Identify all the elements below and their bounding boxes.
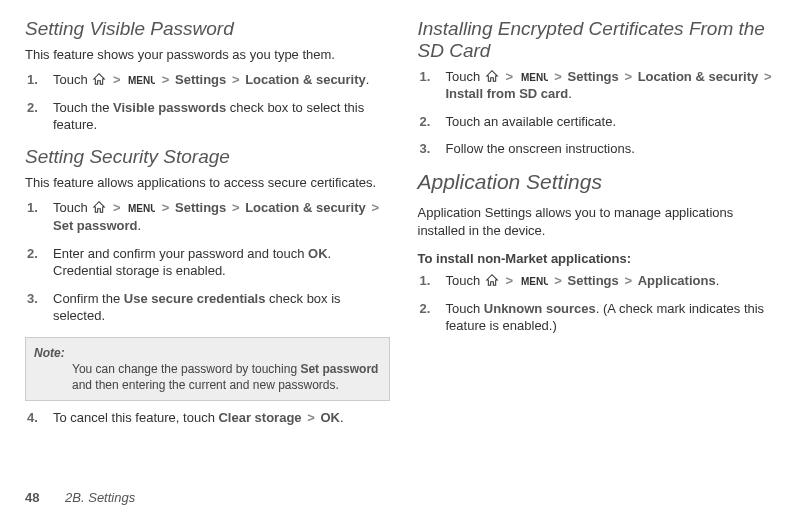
chevron-icon: > [624, 69, 632, 84]
menu-icon [520, 71, 548, 83]
chevron-icon: > [113, 72, 121, 87]
step-number: 2. [420, 300, 431, 318]
left-column: Setting Visible Password This feature sh… [25, 18, 390, 439]
home-icon [485, 273, 499, 287]
bold-term: Settings [568, 69, 619, 84]
bold-term: Set password [53, 218, 138, 233]
step-text: Touch the Visible passwords check box to… [53, 100, 364, 133]
step-item: 4.To cancel this feature, touch Clear st… [43, 409, 390, 427]
steps-visible-password: 1.Touch > > Settings > Location & securi… [25, 71, 390, 134]
blurb-security-storage: This feature allows applications to acce… [25, 174, 390, 192]
step-number: 3. [420, 140, 431, 158]
step-number: 1. [420, 68, 431, 86]
bold-term: Unknown sources [484, 301, 596, 316]
step-text: Confirm the Use secure credentials check… [53, 291, 341, 324]
step-text: Follow the onscreen instructions. [446, 141, 635, 156]
bold-term: Install from SD card [446, 86, 569, 101]
menu-icon [127, 202, 155, 214]
step-number: 2. [27, 245, 38, 263]
chevron-icon: > [307, 410, 315, 425]
subhead-non-market: To install non-Market applications: [418, 251, 783, 266]
steps-security-storage-b: 4.To cancel this feature, touch Clear st… [25, 409, 390, 427]
bold-term: Set password [300, 362, 378, 376]
chevron-icon: > [554, 69, 562, 84]
step-text: To cancel this feature, touch Clear stor… [53, 410, 344, 425]
chevron-icon: > [624, 273, 632, 288]
step-item: 1.Touch > > Settings > Applications. [436, 272, 783, 290]
blurb-visible-password: This feature shows your passwords as you… [25, 46, 390, 64]
step-number: 4. [27, 409, 38, 427]
page-footer: 48 2B. Settings [25, 490, 135, 505]
bold-term: OK [320, 410, 340, 425]
bold-term: Visible passwords [113, 100, 226, 115]
bold-term: Settings [175, 200, 226, 215]
steps-security-storage-a: 1.Touch > > Settings > Location & securi… [25, 199, 390, 324]
step-number: 1. [420, 272, 431, 290]
bold-term: Location & security [638, 69, 759, 84]
step-item: 1.Touch > > Settings > Location & securi… [43, 199, 390, 234]
home-icon [92, 72, 106, 86]
steps-app-settings: 1.Touch > > Settings > Applications.2.To… [418, 272, 783, 335]
step-item: 2.Touch an available certificate. [436, 113, 783, 131]
step-item: 1.Touch > > Settings > Location & securi… [43, 71, 390, 89]
chevron-icon: > [232, 72, 240, 87]
chevron-icon: > [505, 69, 513, 84]
bold-term: Applications [638, 273, 716, 288]
bold-term: Settings [175, 72, 226, 87]
step-item: 1.Touch > > Settings > Location & securi… [436, 68, 783, 103]
heading-install-certs: Installing Encrypted Certificates From t… [418, 18, 783, 62]
heading-security-storage: Setting Security Storage [25, 146, 390, 168]
step-text: Touch > > Settings > Location & security… [446, 69, 774, 102]
chevron-icon: > [371, 200, 379, 215]
chapter-label: 2B. Settings [65, 490, 135, 505]
chevron-icon: > [764, 69, 772, 84]
steps-install-certs: 1.Touch > > Settings > Location & securi… [418, 68, 783, 158]
step-item: 3.Confirm the Use secure credentials che… [43, 290, 390, 325]
page-number: 48 [25, 490, 39, 505]
step-item: 2.Touch Unknown sources. (A check mark i… [436, 300, 783, 335]
bold-term: Location & security [245, 200, 366, 215]
step-item: 3.Follow the onscreen instructions. [436, 140, 783, 158]
step-text: Touch > > Settings > Location & security… [53, 200, 381, 233]
step-text: Touch an available certificate. [446, 114, 617, 129]
bold-term: OK [308, 246, 328, 261]
menu-icon [127, 74, 155, 86]
step-number: 2. [420, 113, 431, 131]
note-body: You can change the password by touching … [34, 361, 381, 393]
right-column: Installing Encrypted Certificates From t… [418, 18, 783, 439]
bold-term: Use secure credentials [124, 291, 266, 306]
home-icon [485, 69, 499, 83]
chevron-icon: > [113, 200, 121, 215]
step-text: Touch Unknown sources. (A check mark ind… [446, 301, 765, 334]
note-label: Note: [34, 346, 65, 360]
step-item: 2.Enter and confirm your password and to… [43, 245, 390, 280]
step-number: 3. [27, 290, 38, 308]
step-text: Touch > > Settings > Location & security… [53, 72, 369, 87]
chevron-icon: > [554, 273, 562, 288]
heading-visible-password: Setting Visible Password [25, 18, 390, 40]
bold-term: Settings [568, 273, 619, 288]
home-icon [92, 200, 106, 214]
step-item: 2.Touch the Visible passwords check box … [43, 99, 390, 134]
step-text: Touch > > Settings > Applications. [446, 273, 720, 288]
chevron-icon: > [505, 273, 513, 288]
step-number: 2. [27, 99, 38, 117]
step-text: Enter and confirm your password and touc… [53, 246, 331, 279]
bold-term: Location & security [245, 72, 366, 87]
bold-term: Clear storage [218, 410, 301, 425]
menu-icon [520, 275, 548, 287]
heading-app-settings: Application Settings [418, 170, 783, 194]
chevron-icon: > [162, 200, 170, 215]
chevron-icon: > [162, 72, 170, 87]
step-number: 1. [27, 199, 38, 217]
blurb-app-settings: Application Settings allows you to manag… [418, 204, 783, 239]
step-number: 1. [27, 71, 38, 89]
chevron-icon: > [232, 200, 240, 215]
note-set-password: Note: You can change the password by tou… [25, 337, 390, 402]
